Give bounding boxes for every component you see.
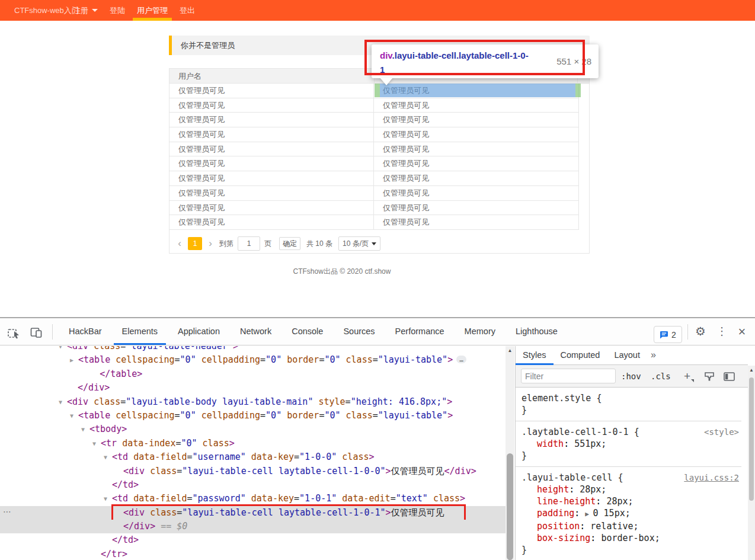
table-cell[interactable]: 仅管理员可见 xyxy=(169,98,374,113)
css-property[interactable]: width: 551px; xyxy=(522,438,741,450)
twisty-icon[interactable]: ▼ xyxy=(92,437,101,450)
css-rule[interactable]: layui.css:2.layui-table-cell {height: 28… xyxy=(516,467,741,560)
devtools-tab-network[interactable]: Network xyxy=(232,318,280,345)
table-cell[interactable]: 仅管理员可见 xyxy=(169,156,374,171)
page-current[interactable]: 1 xyxy=(188,237,202,250)
table-cell[interactable]: 仅管理员可见 xyxy=(374,201,578,215)
twisty-icon[interactable]: ▼ xyxy=(104,492,112,505)
device-toolbar-icon[interactable] xyxy=(30,326,43,341)
devtools-tab-performance[interactable]: Performance xyxy=(387,318,453,345)
code-token: </div> xyxy=(444,466,476,476)
devtools-tab-application[interactable]: Application xyxy=(169,318,228,345)
new-style-rule-button[interactable]: + xyxy=(684,365,690,388)
dom-tree-line[interactable]: ▼<div class="layui-table-body layui-tabl… xyxy=(0,395,506,409)
page-prev-icon[interactable]: ‹ xyxy=(175,237,184,250)
devtools-tab-memory[interactable]: Memory xyxy=(456,318,504,345)
css-rule[interactable]: element.style {} xyxy=(516,388,741,421)
nav-item-用户管理[interactable]: 用户管理 xyxy=(133,0,172,21)
twisty-icon[interactable]: ▼ xyxy=(59,346,67,353)
dom-tree-line[interactable]: </div> xyxy=(0,381,506,395)
styles-tab-layout[interactable]: Layout xyxy=(607,346,647,365)
dom-tree-line[interactable]: </table> xyxy=(0,367,506,381)
styles-tab-styles[interactable]: Styles xyxy=(516,346,554,365)
table-cell[interactable]: 仅管理员可见 xyxy=(169,186,374,200)
nav-item-登出[interactable]: 登出 xyxy=(175,0,199,21)
table-cell[interactable]: 仅管理员可见 xyxy=(169,113,374,127)
devtools-tab-lighthouse[interactable]: Lighthouse xyxy=(507,318,566,345)
twisty-icon[interactable]: ▼ xyxy=(70,409,78,423)
elements-scrollbar[interactable]: ▲ xyxy=(506,346,514,560)
dom-tree-line[interactable]: <div class="layui-table-cell laytable-ce… xyxy=(0,506,506,520)
devtools-tab-sources[interactable]: Sources xyxy=(335,318,383,345)
dom-tree-line[interactable]: </tr> xyxy=(0,548,506,560)
expand-shorthand-icon[interactable]: ▶ xyxy=(585,510,593,518)
toggle-class-button[interactable]: .cls xyxy=(651,365,671,388)
table-cell[interactable]: 仅管理员可见 xyxy=(374,215,578,229)
styles-tab-computed[interactable]: Computed xyxy=(554,346,607,365)
toggle-hover-state-button[interactable]: :hov xyxy=(621,365,641,388)
nav-item-登陆[interactable]: 登陆 xyxy=(105,0,129,21)
page-number-input[interactable] xyxy=(238,236,260,251)
scroll-up-icon[interactable]: ▲ xyxy=(748,367,755,373)
twisty-icon[interactable]: ▼ xyxy=(59,395,67,409)
dom-tree-line[interactable]: </td> xyxy=(0,478,506,492)
css-property[interactable]: height: 28px; xyxy=(522,484,741,495)
css-property[interactable]: line-height: 28px; xyxy=(522,495,741,507)
close-devtools-icon[interactable]: × xyxy=(734,318,750,345)
more-options-icon[interactable]: ⋮ xyxy=(715,318,729,345)
css-property[interactable]: box-sizing: border-box; xyxy=(522,532,741,544)
devtools-tab-elements[interactable]: Elements xyxy=(114,318,166,345)
dom-tree-line[interactable]: <div class="layui-table-cell laytable-ce… xyxy=(0,465,506,478)
dom-tree-line[interactable]: ▼<tbody> xyxy=(0,423,506,436)
scrollbar-thumb[interactable] xyxy=(507,453,513,560)
table-cell[interactable]: 仅管理员可见 xyxy=(374,171,578,185)
table-cell[interactable]: 仅管理员可见 xyxy=(169,171,374,185)
dom-tree-line[interactable]: ▶<table cellspacing="0" cellpadding="0" … xyxy=(0,353,506,367)
page-next-icon[interactable]: › xyxy=(206,237,215,250)
dom-tree-line[interactable]: ▼<td data-field="password" data-key="1-0… xyxy=(0,492,506,505)
rendering-brush-icon[interactable] xyxy=(704,372,715,384)
twisty-icon[interactable]: ▼ xyxy=(81,423,89,436)
table-cell[interactable]: 仅管理员可见 xyxy=(374,98,578,113)
dom-tree-line[interactable]: </td> xyxy=(0,533,506,547)
css-property[interactable]: position: relative; xyxy=(522,520,741,532)
styles-filter-input[interactable] xyxy=(521,369,616,383)
more-tabs-icon[interactable]: » xyxy=(647,346,660,365)
dom-tree-line[interactable]: </div> == $0 xyxy=(0,520,506,533)
table-cell[interactable]: 仅管理员可见 xyxy=(169,142,374,156)
dom-tree-line[interactable]: ▼<table cellspacing="0" cellpadding="0" … xyxy=(0,409,506,423)
dom-tree-line[interactable]: ▼<td data-field="username" data-key="1-0… xyxy=(0,450,506,464)
table-cell[interactable]: 仅管理员可见 xyxy=(374,113,578,127)
dom-tree-line[interactable]: ▼<div class="layui-table-header"> xyxy=(0,346,506,353)
inspect-element-icon[interactable] xyxy=(7,326,20,341)
scrollbar-thumb[interactable] xyxy=(749,377,754,501)
table-cell[interactable]: 仅管理员可见 xyxy=(169,215,374,229)
nav-item-注册[interactable]: 注册 xyxy=(69,0,102,21)
twisty-icon[interactable]: ▼ xyxy=(104,450,112,464)
table-cell[interactable]: 仅管理员可见 xyxy=(374,142,578,156)
table-cell[interactable]: 仅管理员可见 xyxy=(169,201,374,215)
table-cell[interactable]: 仅管理员可见 xyxy=(374,186,578,200)
stylesheet-link[interactable]: <style> xyxy=(704,426,739,438)
devtools-tab-hackbar[interactable]: HackBar xyxy=(60,318,110,345)
styles-scrollbar[interactable]: ▲ xyxy=(748,366,755,560)
dom-tree-line[interactable]: ▼<tr data-index="0" class> xyxy=(0,437,506,450)
table-cell[interactable]: 仅管理员可见 xyxy=(169,84,374,98)
table-cell[interactable]: 仅管理员可见 xyxy=(169,127,374,142)
scroll-up-icon[interactable]: ▲ xyxy=(506,348,514,353)
line-options-ellipsis-icon[interactable]: ⋯ xyxy=(3,507,12,516)
stylesheet-link[interactable]: layui.css:2 xyxy=(684,472,739,484)
sidebar-layout-icon[interactable] xyxy=(724,372,735,383)
css-property[interactable]: padding: ▶ 0 15px; xyxy=(522,507,741,520)
devtools-tab-console[interactable]: Console xyxy=(283,318,331,345)
css-rule[interactable]: <style>.laytable-cell-1-0-1 {width: 551p… xyxy=(516,421,741,467)
table-cell[interactable]: 仅管理员可见 xyxy=(374,156,578,171)
twisty-icon[interactable]: ▶ xyxy=(70,353,78,367)
issues-button[interactable]: 2 xyxy=(654,326,682,343)
confirm-button[interactable]: 确定 xyxy=(279,237,300,250)
settings-gear-icon[interactable]: ⚙ xyxy=(692,318,709,345)
table-cell[interactable]: 仅管理员可见 xyxy=(374,84,578,98)
code-token: > xyxy=(233,346,238,351)
per-page-select[interactable]: 10 条/页 xyxy=(338,236,380,251)
table-cell[interactable]: 仅管理员可见 xyxy=(374,127,578,142)
